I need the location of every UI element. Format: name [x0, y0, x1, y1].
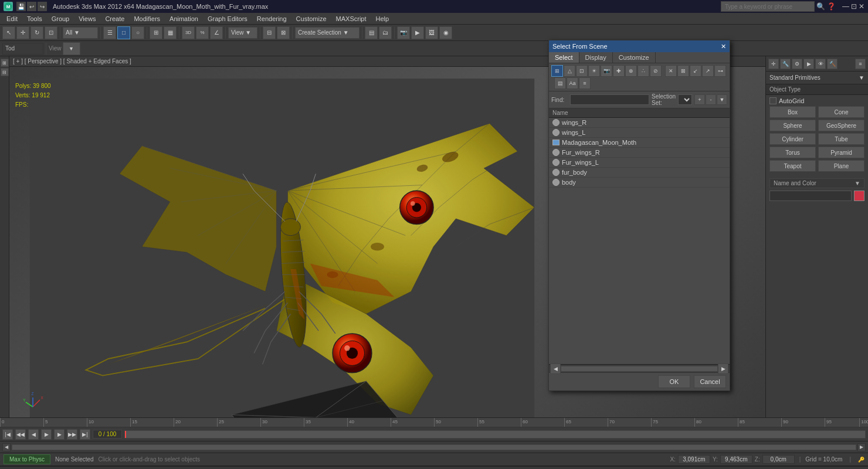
rp-display-btn[interactable]: 👁: [815, 59, 826, 69]
persp-btn[interactable]: ▼: [63, 42, 80, 55]
teapot-btn[interactable]: Teapot: [769, 160, 816, 172]
sd-item-fur-wings-r[interactable]: Fur_wings_R: [549, 148, 730, 158]
array-btn[interactable]: ▦: [164, 26, 177, 39]
rect-select-btn[interactable]: □: [117, 26, 130, 39]
tl-start-btn[interactable]: |◀: [2, 429, 13, 440]
snap3d-btn[interactable]: 3D: [182, 26, 195, 39]
menu-create[interactable]: Create: [101, 14, 128, 23]
rp-hierarchy-btn[interactable]: ⚙: [792, 59, 802, 69]
select-by-name-btn[interactable]: ☰: [103, 26, 116, 39]
sd-bone-btn[interactable]: ⊘: [650, 65, 662, 77]
layer-btn[interactable]: ▤: [365, 26, 378, 39]
sd-item-fur-body[interactable]: fur_body: [549, 168, 730, 178]
minimize-icon[interactable]: —: [842, 2, 849, 11]
menu-animation[interactable]: Animation: [165, 14, 202, 23]
menu-help[interactable]: Help: [372, 14, 394, 23]
sd-selset-select[interactable]: [678, 94, 692, 105]
snap-angle-btn[interactable]: ∠: [210, 26, 223, 39]
sd-particle-btn[interactable]: ∴: [638, 65, 649, 77]
tl-next-btn[interactable]: ▶▶: [67, 429, 77, 440]
rp-motion-btn[interactable]: ▶: [803, 59, 814, 69]
render-setup-btn[interactable]: 📷: [397, 26, 410, 39]
fs-track[interactable]: [12, 444, 856, 450]
tl-end-btn[interactable]: ▶|: [80, 429, 90, 440]
mirror-btn[interactable]: ⊞: [150, 26, 162, 39]
normal-align-btn[interactable]: ⊠: [277, 26, 290, 39]
phys-btn[interactable]: Max to Physc: [4, 454, 50, 464]
scale-tool-btn[interactable]: ⊡: [45, 26, 57, 39]
menu-customize[interactable]: Customize: [292, 14, 331, 23]
menu-rendering[interactable]: Rendering: [253, 14, 291, 23]
tl-next-frame-btn[interactable]: ▶: [54, 429, 65, 440]
sd-selset-add-btn[interactable]: +: [694, 94, 705, 105]
sd-select-none-btn[interactable]: ✕: [665, 65, 677, 77]
sd-item-wings-r[interactable]: wings_R: [549, 118, 730, 128]
rp-modify-btn[interactable]: 🔧: [780, 59, 791, 69]
rp-more-btn[interactable]: ≡: [855, 59, 866, 69]
sd-geo-btn[interactable]: △: [564, 65, 575, 77]
help-icon[interactable]: ❓: [827, 2, 836, 11]
circle-select-btn[interactable]: ○: [131, 26, 144, 39]
sd-item-body[interactable]: body: [549, 178, 730, 188]
sd-close-icon[interactable]: ✕: [721, 43, 726, 50]
create-selection-dropdown[interactable]: Create Selection ▼: [295, 27, 360, 39]
quick-render-btn[interactable]: ▶: [411, 26, 424, 39]
sphere-btn[interactable]: Sphere: [769, 120, 816, 131]
sd-case-sensitive-btn[interactable]: Aa: [567, 77, 578, 89]
close-icon[interactable]: ✕: [859, 2, 864, 11]
rp-create-btn[interactable]: ✛: [768, 59, 779, 69]
sd-cancel-btn[interactable]: Cancel: [694, 375, 726, 388]
sd-display-subtree-btn[interactable]: ▤: [554, 77, 566, 89]
name-input[interactable]: [769, 191, 852, 201]
move-tool-btn[interactable]: ✛: [16, 26, 29, 39]
sd-select-child-btn[interactable]: ↙: [690, 65, 701, 77]
color-swatch[interactable]: [854, 191, 864, 201]
torus-btn[interactable]: Torus: [769, 147, 816, 158]
geosphere-btn[interactable]: GeoSphere: [818, 120, 864, 131]
menu-group[interactable]: Group: [48, 14, 74, 23]
render-frame-btn[interactable]: 🖼: [425, 26, 438, 39]
sd-camera-btn[interactable]: 📷: [601, 65, 612, 77]
sd-shape-btn[interactable]: ⊡: [576, 65, 588, 77]
sd-scroll-left-btn[interactable]: ◀: [550, 363, 561, 374]
lp-btn-1[interactable]: ⊞: [1, 59, 9, 67]
sd-layer-btn[interactable]: ≡: [579, 77, 591, 89]
quick-undo-btn[interactable]: ↩: [27, 2, 36, 11]
box-btn[interactable]: Box: [769, 106, 816, 118]
filter-dropdown[interactable]: All ▼: [63, 27, 98, 39]
menu-tools[interactable]: Tools: [23, 14, 46, 23]
view-dropdown[interactable]: View ▼: [228, 27, 257, 39]
cylinder-btn[interactable]: Cylinder: [769, 133, 816, 145]
name-color-header[interactable]: Name and Color ▼: [769, 178, 864, 188]
snap-percent-btn[interactable]: %: [196, 26, 209, 39]
sd-selset-sub-btn[interactable]: -: [706, 94, 716, 105]
sd-find-input[interactable]: [570, 94, 649, 105]
restore-icon[interactable]: ⊡: [851, 2, 857, 11]
rp-utilities-btn[interactable]: 🔨: [827, 59, 838, 69]
lp-btn-2[interactable]: ⊟: [1, 68, 9, 76]
tube-btn[interactable]: Tube: [818, 133, 864, 145]
sd-tab-customize[interactable]: Customize: [613, 52, 656, 63]
quick-redo-btn[interactable]: ↪: [38, 2, 47, 11]
sd-list[interactable]: wings_R wings_L Madagascan_Moon_Moth Fur…: [549, 118, 730, 364]
sd-warp-btn[interactable]: ⊗: [625, 65, 637, 77]
sd-tab-select[interactable]: Select: [549, 52, 579, 63]
tl-track[interactable]: [124, 430, 866, 439]
sd-hscroll[interactable]: [561, 366, 718, 372]
sd-item-wings-l[interactable]: wings_L: [549, 128, 730, 138]
fs-left-btn[interactable]: ◀: [2, 443, 11, 451]
material-editor-btn[interactable]: ◉: [439, 26, 452, 39]
sd-helper-btn[interactable]: ✚: [613, 65, 625, 77]
tl-prev-btn[interactable]: ◀◀: [15, 429, 26, 440]
sd-scroll-right-btn[interactable]: ▶: [718, 363, 728, 374]
sd-select-dep-btn[interactable]: ⊶: [714, 65, 726, 77]
pyramid-btn[interactable]: Pyramid: [818, 147, 864, 158]
rp-category-dropdown[interactable]: Standard Primitives ▼: [766, 72, 868, 84]
rotate-tool-btn[interactable]: ↻: [30, 26, 43, 39]
sd-item-fur-wings-l[interactable]: Fur_wings_L: [549, 158, 730, 168]
autogrid-checkbox[interactable]: [769, 97, 777, 104]
tl-play-btn[interactable]: ▶: [41, 429, 52, 440]
sd-selset-menu-btn[interactable]: ▼: [717, 94, 727, 105]
cone-btn[interactable]: Cone: [818, 106, 864, 118]
sd-light-btn[interactable]: ☀: [588, 65, 600, 77]
